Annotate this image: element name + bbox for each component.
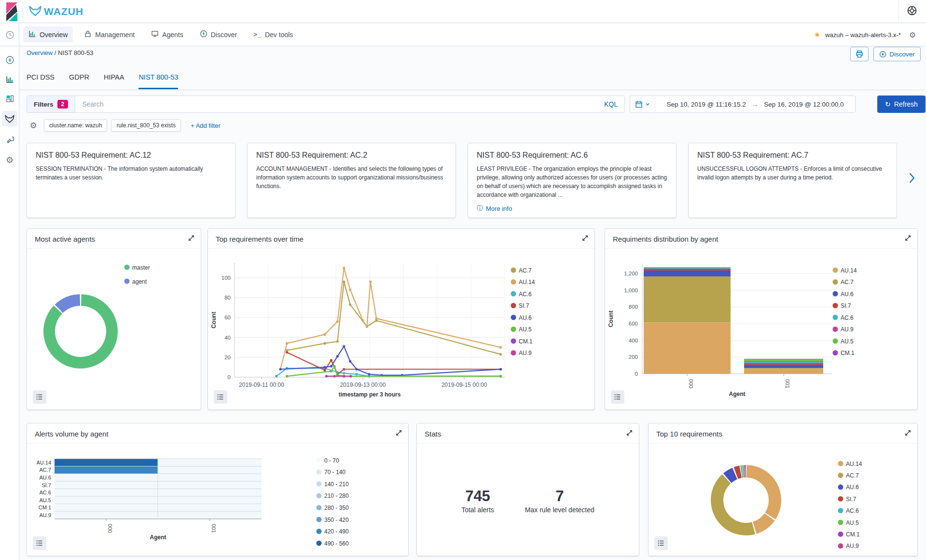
pie-slice[interactable] bbox=[55, 294, 80, 313]
legend-label[interactable]: 210 - 280 bbox=[324, 492, 349, 499]
legend-toggle-icon[interactable] bbox=[654, 536, 668, 550]
bar-segment[interactable] bbox=[644, 276, 731, 322]
heatmap-cell[interactable] bbox=[158, 459, 262, 466]
pie-slice[interactable] bbox=[43, 294, 118, 369]
bar-segment[interactable] bbox=[744, 362, 823, 363]
legend-dot[interactable] bbox=[317, 493, 322, 498]
heatmap-cell[interactable] bbox=[158, 481, 262, 489]
management-app-icon[interactable]: ⚙ bbox=[3, 154, 16, 166]
legend-dot[interactable] bbox=[833, 339, 838, 344]
legend-label[interactable]: AC.6 bbox=[519, 291, 532, 298]
bar-segment[interactable] bbox=[744, 369, 823, 374]
add-filter-link[interactable]: + Add filter bbox=[191, 122, 221, 129]
nav-agents[interactable]: Agents bbox=[146, 27, 189, 42]
tab-nist-800-53[interactable]: NIST 800-53 bbox=[138, 73, 178, 89]
expand-panel-icon[interactable] bbox=[626, 429, 633, 438]
legend-label[interactable]: SI.7 bbox=[846, 496, 857, 503]
heatmap-cell[interactable] bbox=[55, 481, 158, 489]
legend-toggle-icon[interactable] bbox=[33, 390, 46, 404]
legend-dot[interactable] bbox=[838, 508, 843, 513]
legend-label[interactable]: master bbox=[132, 264, 150, 271]
more-info-link[interactable]: ⓘ More info bbox=[477, 204, 667, 213]
nav-devtools[interactable]: >_ Dev tools bbox=[248, 27, 298, 42]
legend-dot[interactable] bbox=[317, 505, 322, 510]
legend-dot[interactable] bbox=[317, 481, 322, 487]
legend-dot[interactable] bbox=[317, 469, 322, 475]
legend-dot[interactable] bbox=[124, 265, 130, 270]
legend-dot[interactable] bbox=[124, 279, 130, 284]
heatmap-cell[interactable] bbox=[158, 489, 262, 496]
legend-label[interactable]: AU.6 bbox=[841, 291, 854, 298]
legend-label[interactable]: CM.1 bbox=[841, 350, 855, 356]
bar-segment[interactable] bbox=[644, 322, 731, 374]
heatmap-cell[interactable] bbox=[158, 504, 262, 512]
legend-toggle-icon[interactable] bbox=[33, 536, 46, 550]
legend-dot[interactable] bbox=[833, 268, 838, 273]
legend-label[interactable]: 490 - 560 bbox=[324, 540, 349, 547]
wazuh-app-icon[interactable] bbox=[2, 111, 17, 126]
pie-slice[interactable] bbox=[746, 465, 781, 519]
legend-dot[interactable] bbox=[838, 543, 843, 548]
legend-dot[interactable] bbox=[511, 291, 516, 297]
legend-toggle-icon[interactable] bbox=[214, 390, 227, 404]
legend-dot[interactable] bbox=[838, 496, 843, 502]
legend-label[interactable]: AC.7 bbox=[846, 472, 859, 479]
expand-panel-icon[interactable] bbox=[581, 234, 589, 244]
bar-segment[interactable] bbox=[744, 359, 823, 359]
kibana-logo-icon[interactable] bbox=[0, 0, 23, 23]
legend-label[interactable]: AU.6 bbox=[519, 314, 532, 321]
legend-label[interactable]: AC.6 bbox=[846, 507, 859, 514]
line-series[interactable] bbox=[280, 268, 500, 369]
visualize-app-icon[interactable] bbox=[3, 73, 16, 85]
filters-dropdown[interactable]: Filters 2 bbox=[27, 96, 75, 112]
alerts-volume-heatmap[interactable]: AU.14AC.7AU.6SI.7AC.6AU.5CM.1AU.9000001A… bbox=[27, 444, 408, 556]
bar-segment[interactable] bbox=[644, 267, 731, 269]
legend-label[interactable]: CM.1 bbox=[519, 338, 533, 345]
filter-options-gear-icon[interactable]: ⚙ bbox=[27, 119, 40, 132]
heatmap-cell[interactable] bbox=[55, 496, 158, 504]
legend-label[interactable]: AC.7 bbox=[519, 267, 532, 274]
legend-dot[interactable] bbox=[833, 350, 838, 355]
heatmap-cell[interactable] bbox=[55, 459, 158, 466]
legend-dot[interactable] bbox=[317, 517, 322, 522]
heatmap-cell[interactable] bbox=[55, 466, 158, 474]
legend-dot[interactable] bbox=[838, 473, 843, 478]
legend-label[interactable]: 140 - 210 bbox=[324, 481, 349, 488]
legend-dot[interactable] bbox=[511, 350, 516, 355]
print-report-button[interactable] bbox=[850, 47, 869, 61]
legend-dot[interactable] bbox=[838, 520, 843, 525]
heatmap-cell[interactable] bbox=[55, 474, 158, 481]
line-series[interactable] bbox=[280, 346, 500, 375]
tab-hipaa[interactable]: HIPAA bbox=[104, 73, 124, 89]
heatmap-cell[interactable] bbox=[158, 496, 262, 504]
refresh-button[interactable]: ↻ Refresh bbox=[877, 96, 926, 113]
legend-label[interactable]: SI.7 bbox=[841, 302, 851, 309]
help-icon[interactable] bbox=[907, 5, 917, 18]
discover-button[interactable]: Discover bbox=[873, 47, 921, 61]
legend-label[interactable]: AU.5 bbox=[846, 519, 859, 526]
pie-slice[interactable] bbox=[711, 474, 755, 535]
expand-panel-icon[interactable] bbox=[904, 234, 912, 244]
legend-label[interactable]: AU.14 bbox=[846, 461, 862, 467]
line-series[interactable] bbox=[287, 282, 501, 354]
cards-next-chevron-icon[interactable] bbox=[909, 173, 915, 185]
legend-dot[interactable] bbox=[511, 327, 516, 332]
heatmap-cell[interactable] bbox=[158, 474, 262, 481]
legend-label[interactable]: 350 - 420 bbox=[324, 517, 349, 523]
legend-label[interactable]: SI.7 bbox=[519, 302, 529, 309]
legend-dot[interactable] bbox=[833, 279, 838, 285]
heatmap-cell[interactable] bbox=[158, 511, 262, 519]
index-pattern-selector[interactable]: wazuh – wazuh-alerts-3.x-* bbox=[825, 31, 901, 39]
heatmap-cell[interactable] bbox=[55, 511, 158, 519]
bar-segment[interactable] bbox=[744, 359, 823, 361]
discover-app-icon[interactable] bbox=[3, 54, 16, 66]
expand-panel-icon[interactable] bbox=[904, 429, 912, 438]
legend-dot[interactable] bbox=[317, 541, 322, 546]
legend-label[interactable]: AU.9 bbox=[519, 350, 532, 356]
wazuh-logo[interactable]: WAZUH bbox=[29, 5, 83, 18]
date-from[interactable]: Sep 10, 2019 @ 11:16:15.2 bbox=[666, 101, 746, 108]
legend-dot[interactable] bbox=[511, 279, 516, 285]
legend-label[interactable]: AC.6 bbox=[841, 314, 854, 321]
legend-label[interactable]: AU.14 bbox=[841, 267, 857, 274]
expand-panel-icon[interactable] bbox=[188, 234, 195, 244]
